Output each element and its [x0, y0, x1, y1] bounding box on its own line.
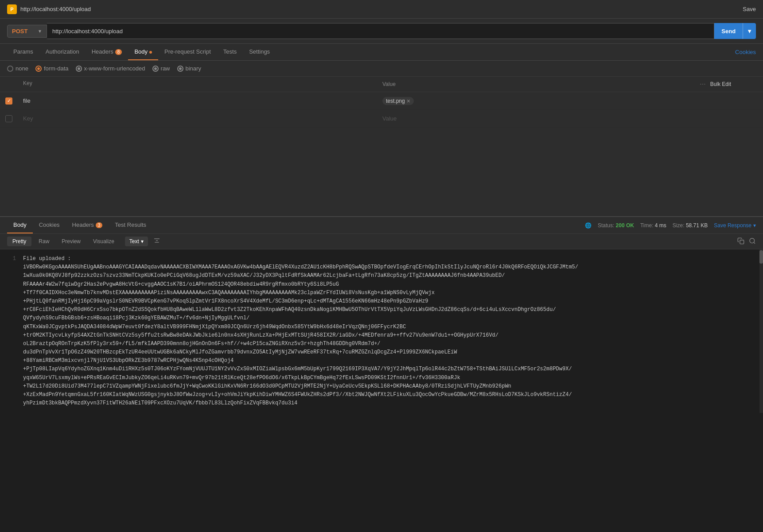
bulk-edit-button[interactable]: Bulk Edit	[710, 81, 731, 87]
line-number-1: 1	[7, 255, 16, 263]
row1-file-tag: test.png ×	[382, 97, 414, 105]
col-value: Value ··· Bulk Edit	[377, 77, 736, 92]
row2-checkbox-cell	[0, 113, 18, 125]
row2-value-cell	[377, 113, 736, 124]
code-line-8: QVfydyhS9cuFBbGBsb6+zsHBoaqi18Pcj3Kzk60g…	[7, 314, 756, 322]
tab-body[interactable]: Body	[128, 44, 158, 60]
text-dropdown-arrow: ▾	[141, 238, 144, 245]
code-line-16: +TW2L17d20Di8Uid73M477lepC71VZqampYWNjFi…	[7, 382, 756, 391]
row1-checkbox[interactable]	[5, 97, 12, 105]
view-tab-preview[interactable]: Preview	[56, 237, 86, 246]
row2-action-cell	[736, 116, 763, 121]
code-line-7: +rC8FciEhIeHChQvR0dH6CrxSso7bkpOTnZ2dS5Q…	[7, 306, 756, 314]
code-line-14: +PjTp08LIapVq6YdyhoZGXnq1Knm4uDi1RHXz5s0…	[7, 365, 756, 373]
table-header-row: Key Value ··· Bulk Edit	[0, 77, 763, 92]
row1-value-cell: test.png ×	[377, 94, 736, 108]
code-line-15: yqxW65UrV7LsxmylWs+ePRsREaGvECImJubkyZO6…	[7, 374, 756, 382]
tab-settings[interactable]: Settings	[243, 44, 276, 60]
code-line-17: +XzExMadPn9YetqmnGxaL5fr160KIatWqNWzUSG0…	[7, 391, 756, 399]
radio-binary-circle	[177, 66, 183, 72]
radio-binary[interactable]: binary	[177, 65, 201, 72]
resp-tab-test-results[interactable]: Test Results	[109, 217, 152, 233]
view-tab-pretty[interactable]: Pretty	[7, 237, 31, 246]
resp-tab-cookies[interactable]: Cookies	[33, 217, 66, 233]
top-bar-left: P http://localhost:4000/upload	[7, 4, 91, 14]
tab-cookies-right[interactable]: Cookies	[735, 49, 756, 55]
chevron-right-icon: ▾	[753, 222, 756, 229]
col-key: Key	[18, 77, 377, 92]
table-row-empty	[0, 110, 763, 128]
row1-action-cell	[736, 98, 763, 104]
empty-request-space	[0, 128, 763, 216]
row1-key-input[interactable]	[23, 97, 372, 104]
chevron-down-icon: ▼	[38, 29, 42, 34]
tab-tests[interactable]: Tests	[217, 44, 243, 60]
scrollbar-thumb[interactable]	[759, 250, 763, 264]
app-icon: P	[7, 4, 17, 14]
code-line-5: +Tf7f0CAIDXHoc3eNmwTb7knvMDstEXAAAAAAAAA…	[7, 289, 756, 297]
view-tab-raw[interactable]: Raw	[33, 237, 54, 246]
send-dropdown-arrow[interactable]: ▼	[743, 23, 756, 39]
radio-none[interactable]: none	[7, 65, 28, 72]
search-icon[interactable]	[749, 237, 756, 246]
size-value: 58.71 KB	[686, 222, 708, 229]
time-value: 4 ms	[655, 222, 666, 229]
response-tab-nav: Body Cookies Headers3 Test Results 🌐 Sta…	[0, 217, 763, 234]
code-line-3: 1wXua0k0KQ8VJ8fp92zzkzOzs7szvz33NmTCkpKU…	[7, 272, 756, 280]
row2-key-input[interactable]	[23, 115, 372, 122]
tab-pre-request[interactable]: Pre-request Script	[158, 44, 217, 60]
radio-none-circle	[7, 66, 13, 72]
tab-headers[interactable]: Headers8	[86, 44, 128, 60]
top-bar-url: http://localhost:4000/upload	[20, 6, 91, 12]
filter-icon[interactable]	[153, 237, 160, 246]
top-bar: P http://localhost:4000/upload Save	[0, 0, 763, 19]
radio-urlencoded[interactable]: x-www-form-urlencoded	[76, 65, 145, 72]
code-line-11: oL2BraztpOqROnTrpKzK5fPly3rx59+/fL5/mfkI…	[7, 340, 756, 348]
method-select[interactable]: POST ▼	[7, 25, 47, 38]
code-lines: 1File uploaded : iVBORw0KGgoAAAANSUhEUgA…	[7, 255, 756, 408]
request-bar: POST ▼ Send ▼	[0, 19, 763, 44]
view-tab-visualize[interactable]: Visualize	[88, 237, 120, 246]
col-actions	[736, 77, 763, 92]
send-button-wrapper: Send ▼	[714, 23, 756, 39]
response-view-tabs: Pretty Raw Preview Visualize Text ▾	[0, 234, 763, 249]
code-line-2: iVBORw0KGgoAAAANSUhEUgAABnoAAAGYCAIAAADq…	[7, 263, 756, 272]
copy-icon[interactable]	[737, 237, 744, 246]
tab-params[interactable]: Params	[7, 44, 39, 60]
radio-raw-circle	[152, 66, 159, 72]
body-options-bar: none form-data x-www-form-urlencoded raw…	[0, 61, 763, 77]
code-line-13: +88YamiRBCmM3mixcvnjl7NjU1VS3UbpORkZE3b9…	[7, 357, 756, 365]
resp-tab-body[interactable]: Body	[7, 217, 33, 233]
globe-icon: 🌐	[585, 222, 592, 229]
response-code-output: 1File uploaded : iVBORw0KGgoAAAANSUhEUgA…	[0, 249, 763, 413]
code-line-6: +PHjtLQ0fanRMjIyHj16pC99aVgslrS0NEVR9BVC…	[7, 297, 756, 306]
code-line-10: +trOM2KTIycvLkyfpS4AXZtGnTkSNHtCVz5sy5ff…	[7, 331, 756, 340]
save-button-top[interactable]: Save	[743, 6, 756, 12]
send-button-main[interactable]: Send	[714, 23, 743, 39]
url-input[interactable]	[47, 23, 714, 39]
save-response-button[interactable]: Save Response ▾	[714, 222, 756, 229]
row2-checkbox[interactable]	[5, 115, 12, 122]
text-format-dropdown[interactable]: Text ▾	[125, 237, 148, 246]
radio-form-data[interactable]: form-data	[35, 65, 69, 72]
body-dot	[149, 51, 152, 54]
more-dots[interactable]: ···	[700, 80, 705, 88]
code-line-4: RFAAAAr4W2w7fqiwDgr2Has2ePvgwA8HcVtG+cvg…	[7, 280, 756, 289]
row1-key-cell	[18, 95, 377, 107]
status-value: 200 OK	[616, 222, 634, 229]
resp-tab-headers[interactable]: Headers3	[66, 217, 109, 233]
row1-checkbox-cell	[0, 95, 18, 107]
request-tab-nav: Params Authorization Headers8 Body Pre-r…	[0, 44, 763, 61]
row2-value-input[interactable]	[382, 115, 731, 122]
scrollbar[interactable]	[759, 249, 763, 413]
response-section: Body Cookies Headers3 Test Results 🌐 Sta…	[0, 216, 763, 413]
resp-headers-badge: 3	[96, 222, 103, 228]
radio-raw[interactable]: raw	[152, 65, 170, 72]
table-row: test.png ×	[0, 92, 763, 110]
tab-authorization[interactable]: Authorization	[39, 44, 86, 60]
response-status-bar: 🌐 Status: 200 OK Time: 4 ms Size: 58.71 …	[585, 222, 756, 229]
headers-badge: 8	[115, 49, 122, 55]
code-line-1: 1File uploaded :	[7, 255, 756, 263]
code-line-9: qKTKxWa0JCgvptkPsJAQDA34084dWpW7euvt0fde…	[7, 323, 756, 331]
file-tag-remove[interactable]: ×	[407, 98, 410, 104]
